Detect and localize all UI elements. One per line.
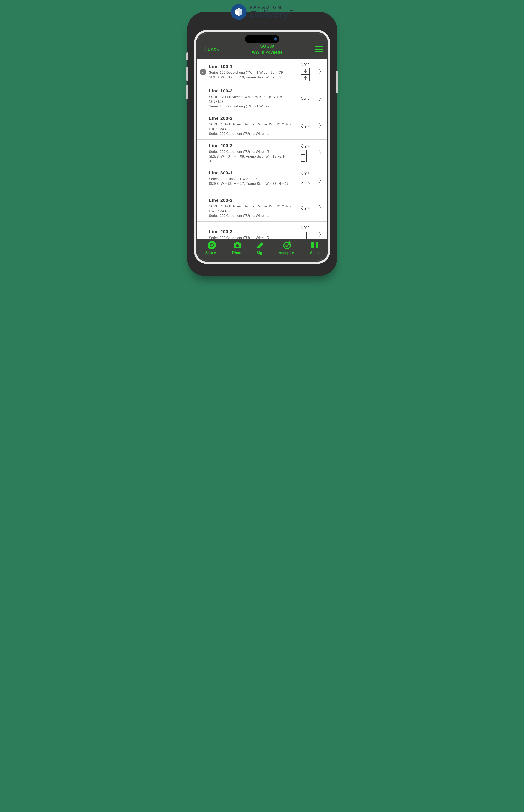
line-qty: Qty 4 bbox=[301, 124, 310, 128]
chevron-right-icon: 〉 bbox=[318, 177, 324, 185]
row-right: Qty 4 bbox=[294, 121, 316, 131]
row-right: Qty 5 bbox=[294, 94, 316, 104]
row-main: Line 200-2SCREEN: Full Screen Secured, W… bbox=[209, 116, 292, 136]
back-button[interactable]: 〈 Back bbox=[201, 46, 219, 52]
svg-rect-21 bbox=[317, 242, 318, 248]
line-title: Line 200-2 bbox=[209, 198, 292, 203]
row-main: Line 100-2SCREEN: Full Screen, White, W … bbox=[209, 88, 292, 109]
check-plus-icon bbox=[283, 241, 292, 250]
product-thumb-icon bbox=[300, 176, 310, 190]
line-qty: Qty 4 bbox=[301, 206, 310, 210]
line-item-row[interactable]: Line 200-2SCREEN: Full Screen Secured, W… bbox=[197, 112, 327, 140]
scan-button[interactable]: Scan bbox=[310, 241, 319, 255]
product-thumb-icon bbox=[300, 149, 310, 163]
chevron-right-icon: 〉 bbox=[318, 149, 324, 157]
line-title: Line 200-2 bbox=[209, 116, 292, 121]
chevron-right-icon: 〉 bbox=[318, 204, 324, 212]
phone-side-button bbox=[336, 70, 338, 93]
phone-frame: 〈 Back SO 200 WW in Poynette ✓Line 100-1… bbox=[187, 12, 337, 276]
row-main: Line 200-2SCREEN: Full Screen Secured, W… bbox=[209, 198, 292, 218]
chevron-right-icon: 〉 bbox=[318, 231, 324, 239]
svg-rect-18 bbox=[313, 242, 314, 248]
camera-icon bbox=[233, 241, 242, 250]
product-thumb-icon bbox=[300, 230, 310, 239]
sign-button[interactable]: Sign bbox=[256, 241, 265, 255]
menu-button[interactable] bbox=[315, 46, 323, 52]
line-qty: Qty 4 bbox=[301, 225, 310, 229]
line-description: Series 200 Casement (TU) - 1 Wide - R bbox=[209, 236, 292, 239]
row-main: Line 200-3Series 200 Casement (TU) - 1 W… bbox=[209, 143, 292, 164]
page-title: SO 200 WW in Poynette bbox=[252, 43, 282, 55]
line-qty: Qty 4 bbox=[301, 62, 310, 66]
svg-rect-17 bbox=[312, 242, 313, 248]
line-title: Line 100-2 bbox=[209, 88, 292, 94]
svg-rect-13 bbox=[236, 242, 239, 243]
phone-side-button bbox=[186, 85, 188, 99]
line-qty: Qty 1 bbox=[301, 171, 310, 175]
row-main: Line 300-1Series 300 Ellipse - 1 Wide - … bbox=[209, 170, 292, 191]
row-right: Qty 4 bbox=[294, 144, 316, 163]
line-description: Series 200 Casement (TU) - 1 Wide - R SI… bbox=[209, 149, 292, 164]
svg-rect-20 bbox=[316, 242, 317, 248]
chevron-right-icon: 〉 bbox=[318, 68, 324, 76]
svg-rect-16 bbox=[311, 242, 312, 248]
phone-notch bbox=[245, 35, 279, 43]
line-item-row[interactable]: Line 100-2SCREEN: Full Screen, White, W … bbox=[197, 85, 327, 112]
phone-side-button bbox=[186, 67, 188, 81]
product-thumb-icon bbox=[300, 68, 310, 81]
app-screen: 〈 Back SO 200 WW in Poynette ✓Line 100-1… bbox=[197, 33, 327, 261]
barcode-icon bbox=[310, 241, 319, 250]
chevron-right-icon: 〉 bbox=[318, 95, 324, 102]
line-qty: Qty 4 bbox=[301, 144, 310, 148]
phone-side-button bbox=[186, 52, 188, 61]
photo-button[interactable]: Photo bbox=[232, 241, 243, 255]
row-right: Qty 1 bbox=[294, 171, 316, 190]
row-right: Qty 4 bbox=[294, 203, 316, 213]
line-title: Line 200-3 bbox=[209, 229, 292, 235]
line-description: SCREEN: Full Screen Secured, White, W = … bbox=[209, 204, 292, 218]
pencil-icon bbox=[256, 241, 265, 250]
row-check: ✓ bbox=[199, 69, 207, 75]
line-item-row[interactable]: Line 300-1Series 300 Ellipse - 1 Wide - … bbox=[197, 167, 327, 194]
row-main: Line 100-1Series 100 Doublehung (TW) - 1… bbox=[209, 64, 292, 80]
chevron-left-icon: 〈 bbox=[201, 46, 207, 52]
line-item-row[interactable]: ✓Line 100-1Series 100 Doublehung (TW) - … bbox=[197, 59, 327, 85]
bottom-toolbar: Skip All Photo Sign bbox=[197, 239, 327, 261]
line-item-row[interactable]: Line 200-3Series 200 Casement (TU) - 1 W… bbox=[197, 222, 327, 239]
chevron-right-icon: 〉 bbox=[318, 122, 324, 130]
line-item-list: ✓Line 100-1Series 100 Doublehung (TW) - … bbox=[197, 59, 327, 239]
accept-all-button[interactable]: Accept All bbox=[279, 241, 296, 255]
line-description: SCREEN: Full Screen, White, W = 20.1875,… bbox=[209, 95, 292, 109]
brand-header: PARADIGM Delivery™ bbox=[231, 4, 293, 20]
svg-rect-19 bbox=[315, 242, 315, 248]
line-description: SCREEN: Full Screen Secured, White, W = … bbox=[209, 122, 292, 136]
brand-logo-icon bbox=[231, 4, 247, 20]
line-description: Series 300 Ellipse - 1 Wide - FX SIZES: … bbox=[209, 177, 292, 191]
line-title: Line 100-1 bbox=[209, 64, 292, 69]
skip-all-button[interactable]: Skip All bbox=[205, 241, 218, 255]
line-item-row[interactable]: Line 200-3Series 200 Casement (TU) - 1 W… bbox=[197, 140, 327, 167]
line-title: Line 300-1 bbox=[209, 170, 292, 176]
skip-icon bbox=[208, 241, 216, 250]
check-circle-icon: ✓ bbox=[200, 69, 206, 75]
camera-icon bbox=[274, 37, 277, 41]
line-qty: Qty 5 bbox=[301, 96, 310, 101]
row-main: Line 200-3Series 200 Casement (TU) - 1 W… bbox=[209, 229, 292, 239]
line-description: Series 100 Doublehung (TW) - 1 Wide - Bo… bbox=[209, 70, 292, 80]
line-item-row[interactable]: Line 200-2SCREEN: Full Screen Secured, W… bbox=[197, 194, 327, 222]
svg-point-14 bbox=[236, 244, 239, 248]
line-title: Line 200-3 bbox=[209, 143, 292, 148]
row-right: Qty 4 bbox=[294, 62, 316, 81]
row-right: Qty 4 bbox=[294, 225, 316, 239]
brand-name-bottom: Delivery™ bbox=[249, 9, 293, 19]
